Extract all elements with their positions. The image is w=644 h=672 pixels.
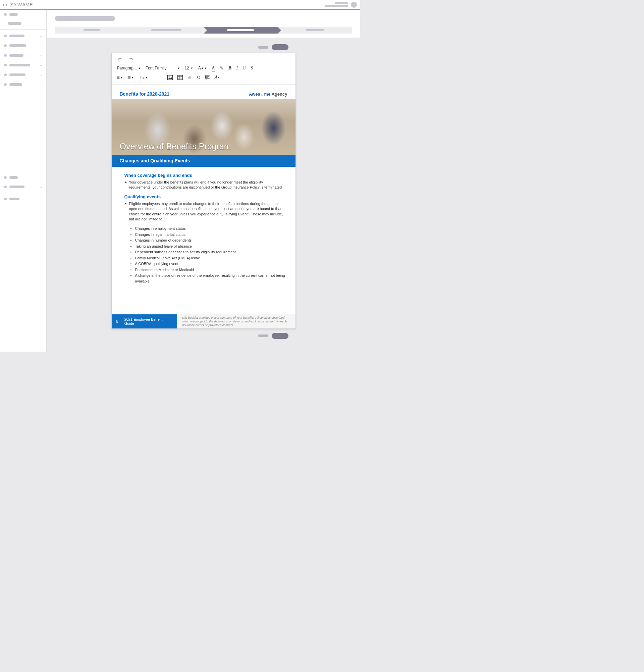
chevron-down-icon: ⌄ [39,83,42,86]
list-item: Taking an unpaid leave of absence [131,243,286,249]
chevron-down-icon: ⌄ [39,73,42,76]
comment-button[interactable] [205,75,210,80]
top-bar: ZYWAVE [0,0,360,10]
align-button[interactable]: ≡▼ [117,75,123,80]
hero-title: Overview of Benefits Program [112,138,295,155]
sidebar-subitem[interactable] [0,19,46,28]
list-item: Changes in number of dependents [131,238,286,243]
step-1[interactable] [55,27,129,34]
redo-button[interactable] [128,57,134,61]
unordered-list-button[interactable]: ⋮≡▼ [139,75,148,80]
undo-button[interactable] [117,57,123,61]
document-canvas[interactable]: Benefits for 2020-2021 Awes☼me Agency Ov… [112,85,295,328]
list-item: Changes in employment status [131,226,286,231]
action-button[interactable] [272,44,289,50]
header-skeleton [325,2,348,7]
page-number: 5 [117,320,118,323]
body-text: Eligible employees may enroll or make ch… [124,201,286,222]
stepper [55,27,352,34]
step-3-active[interactable] [204,27,278,34]
list-item: Changes in legal marital status [131,232,286,238]
chevron-down-icon: ⌄ [39,185,42,189]
special-char-button[interactable]: Ω [197,75,200,80]
sidebar-item[interactable]: ⌄ [0,182,46,192]
editor-toolbar: Paragrap...▼ Font Family▼ 12▼ A▲▼ A ✎ B … [112,53,295,85]
sidebar-item[interactable]: ⌄ [0,70,46,80]
chevron-down-icon: ⌄ [39,53,42,57]
step-4[interactable] [278,27,352,34]
sidebar-item[interactable] [0,173,46,182]
chevron-down-icon: ⌄ [39,63,42,67]
list-item: A COBRA-qualifying event [131,261,286,267]
font-family-select[interactable]: Font Family▼ [146,66,180,70]
highlight-button[interactable]: ✎ [220,65,224,71]
section-heading: Qualifying events [124,194,286,199]
main-header [47,10,360,38]
agency-logo: Awes☼me Agency [249,92,288,97]
sidebar-item[interactable]: ⌄ [0,31,46,40]
svg-point-1 [168,76,169,77]
table-button[interactable] [178,75,183,80]
apps-icon[interactable] [3,3,8,7]
list-item: Entitlement to Medicare or Medicaid [131,267,286,273]
sidebar-item[interactable] [0,10,46,19]
avatar[interactable] [351,2,357,8]
doc-header-title: Benefits for 2020-2021 [120,91,170,97]
bold-button[interactable]: B [228,65,231,71]
svg-rect-7 [205,75,210,79]
underline-button[interactable]: U [243,65,246,71]
sidebar-item[interactable]: ⌄ [0,80,46,89]
action-button[interactable] [272,333,289,339]
sidebar: ⌄ ⌄ ⌄ ⌄ ⌄ ⌄ ⌄ [0,10,47,352]
brand-logo: ZYWAVE [10,2,34,8]
clear-format-button[interactable]: A✕ [215,75,220,80]
hero-image: Overview of Benefits Program [112,99,295,155]
list-item: Dependent satisfies or ceases to satisfy… [131,249,286,255]
list-item: Family Medical Leave Act (FMLA) leave. [131,255,286,261]
bullet-list: Changes in employment statusChanges in l… [131,226,286,284]
chevron-down-icon: ⌄ [39,34,42,38]
image-button[interactable] [167,75,173,80]
font-size-select[interactable]: 12▼ [184,66,193,70]
sidebar-item[interactable] [0,195,46,203]
svg-rect-2 [178,75,182,80]
step-2[interactable] [129,27,204,34]
page-title-skeleton [55,16,115,21]
strikethrough-button[interactable]: S [251,65,253,71]
text-color-button[interactable]: A [212,65,215,71]
doc-footer: 5 2021 Employee Benefit Guide This bookl… [112,314,295,328]
section-heading: When coverage begins and ends [124,173,286,178]
action-link[interactable] [258,46,268,49]
paragraph-select[interactable]: Paragrap...▼ [117,66,141,70]
ordered-list-button[interactable]: ≣▼ [128,75,134,80]
font-size-step[interactable]: A▲▼ [198,65,207,71]
footer-disclaimer: This booklet provides only a summary of … [177,314,295,328]
sidebar-item[interactable]: ⌄ [0,50,46,60]
emoji-button[interactable]: ☺ [187,75,192,80]
body-text: Your coverage under the benefits plans w… [124,180,286,190]
chevron-down-icon: ⌄ [39,44,42,47]
action-link[interactable] [258,335,268,337]
section-bar: Changes and Qualifying Events [112,155,295,167]
rich-text-editor: Paragrap...▼ Font Family▼ 12▼ A▲▼ A ✎ B … [111,53,296,329]
list-item: A change in the place of residence of th… [131,273,286,284]
sidebar-item[interactable]: ⌄ [0,40,46,50]
italic-button[interactable]: I [236,65,238,71]
footer-title: 2021 Employee Benefit Guide [124,317,172,325]
sidebar-item[interactable]: ⌄ [0,60,46,70]
